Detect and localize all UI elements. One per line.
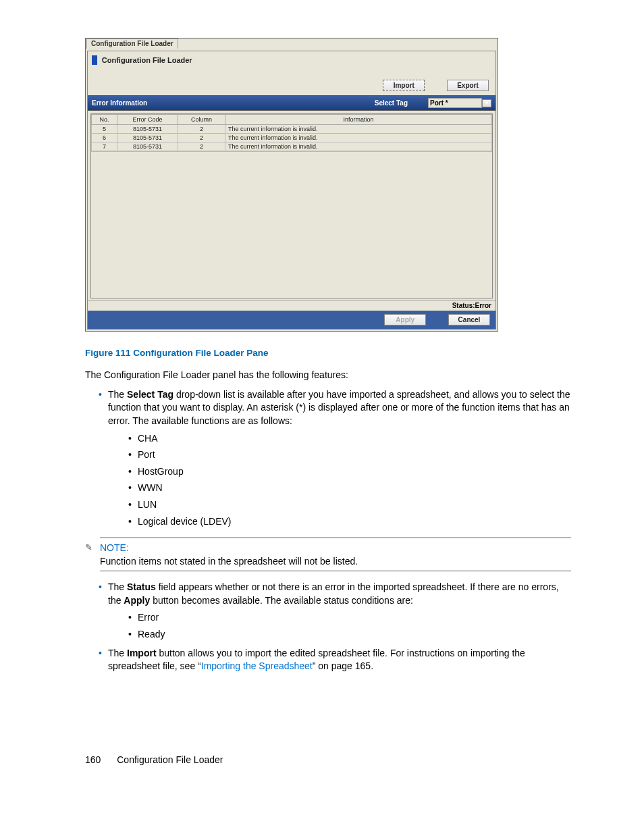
- config-file-loader-panel: Configuration File Loader Configuration …: [85, 38, 498, 332]
- cell-no: 7: [92, 142, 117, 151]
- select-tag-label: Select Tag: [375, 99, 408, 107]
- cell-col: 2: [178, 134, 225, 142]
- tab-strip: Configuration File Loader: [86, 38, 498, 51]
- feature-import: The Import button allows you to import t…: [99, 647, 571, 673]
- page-number: 160: [85, 754, 101, 765]
- cell-col: 2: [178, 125, 225, 134]
- table-row[interactable]: 5 8105-5731 2 The current information is…: [92, 125, 492, 134]
- note-icon: ✎: [85, 542, 97, 552]
- cell-no: 6: [92, 134, 117, 142]
- cell-info: The current information is invalid.: [225, 134, 492, 142]
- error-info-label: Error Information: [92, 99, 375, 107]
- error-grid: No. Error Code Column Information 5 8105…: [90, 113, 493, 298]
- cell-info: The current information is invalid.: [225, 142, 492, 151]
- func-item: WWN: [128, 481, 571, 495]
- func-item: LUN: [128, 498, 571, 512]
- panel-title: Configuration File Loader: [102, 56, 192, 64]
- chevron-down-icon[interactable]: ▼: [482, 99, 491, 107]
- status-field: Status:Error: [88, 300, 495, 311]
- note-heading: NOTE:: [100, 542, 129, 553]
- import-button[interactable]: Import: [383, 80, 425, 91]
- cell-no: 5: [92, 125, 117, 134]
- link-importing-spreadsheet[interactable]: Importing the Spreadsheet: [201, 660, 313, 671]
- status-item: Ready: [128, 628, 571, 642]
- export-button[interactable]: Export: [447, 80, 489, 91]
- select-tag-dropdown[interactable]: Port *: [428, 98, 482, 108]
- col-error-code: Error Code: [117, 115, 178, 125]
- top-button-row: Import Export: [88, 68, 495, 95]
- table-row[interactable]: 6 8105-5731 2 The current information is…: [92, 134, 492, 142]
- cell-info: The current information is invalid.: [225, 125, 492, 134]
- note-body: Function items not stated in the spreads…: [85, 556, 571, 567]
- figure-caption: Figure 111 Configuration File Loader Pan…: [85, 348, 571, 358]
- cell-err: 8105-5731: [117, 134, 178, 142]
- func-item: Logical device (LDEV): [128, 515, 571, 529]
- note-rule-bottom: [100, 571, 571, 571]
- panel-title-row: Configuration File Loader: [88, 51, 495, 68]
- func-item: Port: [128, 448, 571, 462]
- grid-empty-area: [91, 151, 492, 298]
- col-column: Column: [178, 115, 225, 125]
- col-no: No.: [92, 115, 117, 125]
- status-item: Error: [128, 611, 571, 625]
- select-tag-value: Port *: [430, 99, 448, 107]
- note-block: ✎ NOTE: Function items not stated in the…: [85, 538, 571, 571]
- page-footer: 160 Configuration File Loader: [85, 754, 571, 765]
- cell-err: 8105-5731: [117, 142, 178, 151]
- feature-status: The Status field appears whether or not …: [99, 581, 571, 641]
- title-accent-icon: [92, 55, 97, 65]
- col-information: Information: [225, 115, 492, 125]
- error-table: No. Error Code Column Information 5 8105…: [91, 114, 492, 151]
- intro-paragraph: The Configuration File Loader panel has …: [85, 369, 571, 382]
- bottom-button-row: Apply Cancel: [88, 311, 495, 329]
- panel-inner: Configuration File Loader Import Export …: [87, 51, 496, 330]
- note-rule-top: [100, 538, 571, 538]
- error-info-bar: Error Information Select Tag Port * ▼: [88, 95, 495, 111]
- tab-config-file-loader[interactable]: Configuration File Loader: [86, 38, 178, 49]
- cell-col: 2: [178, 142, 225, 151]
- footer-title: Configuration File Loader: [117, 754, 223, 765]
- func-item: HostGroup: [128, 465, 571, 479]
- apply-button: Apply: [384, 314, 426, 325]
- cell-err: 8105-5731: [117, 125, 178, 134]
- feature-select-tag: The Select Tag drop-down list is availab…: [99, 388, 571, 528]
- table-row[interactable]: 7 8105-5731 2 The current information is…: [92, 142, 492, 151]
- cancel-button[interactable]: Cancel: [448, 314, 490, 325]
- func-item: CHA: [128, 432, 571, 446]
